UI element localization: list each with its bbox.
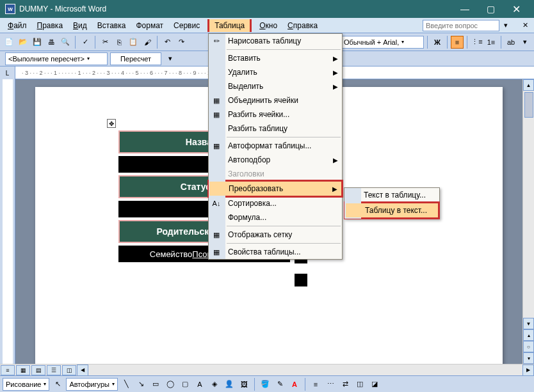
scroll-right-icon[interactable]: ▶ xyxy=(522,365,534,376)
3d-icon[interactable]: ◪ xyxy=(368,378,381,391)
menu-show-grid[interactable]: ▦Отображать сетку xyxy=(209,228,342,242)
ruler-corner[interactable]: L xyxy=(0,67,15,79)
align-center-icon[interactable]: ≡ xyxy=(451,36,464,49)
cut-icon[interactable]: ✂ xyxy=(99,36,111,49)
clipart-icon[interactable]: 👤 xyxy=(223,378,236,391)
menu-merge-cells[interactable]: ▦Объединить ячейки xyxy=(209,93,342,107)
toolbar-options-icon[interactable]: ▾ xyxy=(519,36,531,49)
prev-page-icon[interactable]: ▴ xyxy=(523,329,534,341)
vertical-scrollbar[interactable]: ▲ ▼ ▴ ○ ▾ xyxy=(522,79,534,364)
arrow-style-icon[interactable]: ⇄ xyxy=(339,378,352,391)
menu-select-sub[interactable]: Выделить▶ xyxy=(209,79,342,93)
oval-icon[interactable]: ◯ xyxy=(164,378,177,391)
menu-view[interactable]: Вид xyxy=(68,19,92,32)
bold-icon[interactable]: Ж xyxy=(431,36,444,49)
help-dropdown-icon[interactable]: ▾ xyxy=(499,19,512,32)
select-objects-icon[interactable]: ↖ xyxy=(51,378,64,391)
browse-object-icon[interactable]: ○ xyxy=(523,341,534,352)
line-icon[interactable]: ╲ xyxy=(120,378,133,391)
submenu-table-to-text[interactable]: Таблицу в текст... xyxy=(346,203,438,217)
help-search-input[interactable] xyxy=(423,20,499,31)
arrow-right-icon: ▶ xyxy=(333,55,338,62)
recalc-button[interactable]: Пересчет xyxy=(110,52,161,65)
numbering-icon[interactable]: 1≡ xyxy=(485,36,498,49)
submenu-text-to-table[interactable]: Текст в таблицу... xyxy=(344,188,439,202)
style-dropdown[interactable]: Обычный + Arial, ▾ xyxy=(341,36,424,49)
web-view-icon[interactable]: ▦ xyxy=(16,365,30,375)
format-painter-icon[interactable]: 🖌 xyxy=(141,36,154,49)
draw-menu[interactable]: Рисование▾ xyxy=(3,378,49,391)
copy-icon[interactable]: ⎘ xyxy=(113,36,125,49)
font-color-icon[interactable]: A xyxy=(288,378,301,391)
autoshapes-menu[interactable]: Автофигуры▾ xyxy=(66,378,118,391)
save-icon[interactable]: 💾 xyxy=(31,36,44,49)
next-page-icon[interactable]: ▾ xyxy=(523,352,534,364)
menu-file[interactable]: Файл xyxy=(3,19,32,32)
close-button[interactable]: ✕ xyxy=(503,0,529,18)
new-doc-icon[interactable]: 📄 xyxy=(3,36,15,49)
toolbar2-options-icon[interactable]: ▾ xyxy=(164,52,177,65)
arrow-icon[interactable]: ↘ xyxy=(134,378,147,391)
scroll-thumb[interactable] xyxy=(524,92,533,118)
bullets-icon[interactable]: ⋮≡ xyxy=(471,36,483,49)
menu-insert[interactable]: Вставка xyxy=(92,19,131,32)
menu-format[interactable]: Формат xyxy=(131,19,168,32)
redo-icon[interactable]: ↷ xyxy=(175,36,188,49)
maximize-button[interactable]: ▢ xyxy=(478,0,503,18)
chevron-down-icon: ▾ xyxy=(401,39,404,45)
fill-color-icon[interactable]: 🪣 xyxy=(259,378,271,391)
dash-style-icon[interactable]: ⋯ xyxy=(324,378,337,391)
picture-icon[interactable]: 🖼 xyxy=(238,378,250,391)
menu-split-cells[interactable]: ▦Разбить ячейки... xyxy=(209,107,342,122)
menu-convert-sub[interactable]: Преобразовать▶ xyxy=(209,182,341,196)
app-icon: W xyxy=(5,4,15,14)
convert-submenu: Текст в таблицу... Таблицу в текст... xyxy=(344,187,440,219)
outline-view-icon[interactable]: ☰ xyxy=(47,365,61,375)
print-view-icon[interactable]: ▤ xyxy=(31,365,45,375)
menu-delete-sub[interactable]: Удалить▶ xyxy=(209,65,342,79)
scroll-down-icon[interactable]: ▼ xyxy=(523,318,534,329)
menu-table-properties[interactable]: ▦Свойства таблицы... xyxy=(209,245,342,259)
spellcheck-icon[interactable]: ✓ xyxy=(79,36,92,49)
menu-table[interactable]: Таблица xyxy=(209,19,250,32)
open-icon[interactable]: 📂 xyxy=(17,36,29,49)
menu-headings[interactable]: Заголовки xyxy=(209,167,342,181)
menu-autofit-sub[interactable]: Автоподбор▶ xyxy=(209,153,342,167)
sort-icon: A↓ xyxy=(211,198,222,208)
scroll-left-icon[interactable]: ◀ xyxy=(77,365,88,376)
menu-sort[interactable]: A↓Сортировка... xyxy=(209,196,342,210)
normal-view-icon[interactable]: ≡ xyxy=(1,365,15,375)
menu-formula[interactable]: Формула... xyxy=(209,210,342,224)
vertical-ruler[interactable] xyxy=(0,79,15,364)
menu-service[interactable]: Сервис xyxy=(168,19,205,32)
highlight-icon[interactable]: ab xyxy=(505,36,517,49)
shadow-icon[interactable]: ◫ xyxy=(353,378,366,391)
menu-insert-sub[interactable]: Вставить▶ xyxy=(209,51,342,65)
wordart-icon[interactable]: A xyxy=(193,378,206,391)
arrow-right-icon: ▶ xyxy=(332,185,337,192)
menu-split-table[interactable]: Разбить таблицу xyxy=(209,122,342,136)
preview-icon[interactable]: 🔍 xyxy=(59,36,72,49)
menu-edit[interactable]: Правка xyxy=(32,19,69,32)
pencil-icon: ✏ xyxy=(211,36,222,46)
split-icon: ▦ xyxy=(211,109,222,120)
table-move-handle[interactable]: ✥ xyxy=(107,119,116,128)
reading-view-icon[interactable]: ◫ xyxy=(62,365,76,375)
textbox-icon[interactable]: ▢ xyxy=(179,378,191,391)
menu-window[interactable]: Окно xyxy=(254,19,282,32)
print-icon[interactable]: 🖶 xyxy=(45,36,58,49)
line-style-icon[interactable]: ≡ xyxy=(309,378,322,391)
minimize-button[interactable]: — xyxy=(452,0,478,18)
menu-autoformat[interactable]: ▦Автоформат таблицы... xyxy=(209,139,342,153)
close-doc-button[interactable]: ✕ xyxy=(519,19,531,32)
diagram-icon[interactable]: ◈ xyxy=(208,378,221,391)
scroll-up-icon[interactable]: ▲ xyxy=(523,79,534,91)
recalc-dropdown[interactable]: <Выполните пересчет> ▾ xyxy=(5,52,108,65)
undo-icon[interactable]: ↶ xyxy=(161,36,174,49)
table-dropdown-menu: ✏Нарисовать таблицу Вставить▶ Удалить▶ В… xyxy=(208,33,343,260)
paste-icon[interactable]: 📋 xyxy=(127,36,140,49)
menu-help[interactable]: Справка xyxy=(282,19,323,32)
line-color-icon[interactable]: ✎ xyxy=(273,378,286,391)
rectangle-icon[interactable]: ▭ xyxy=(149,378,162,391)
menu-draw-table[interactable]: ✏Нарисовать таблицу xyxy=(209,34,342,48)
